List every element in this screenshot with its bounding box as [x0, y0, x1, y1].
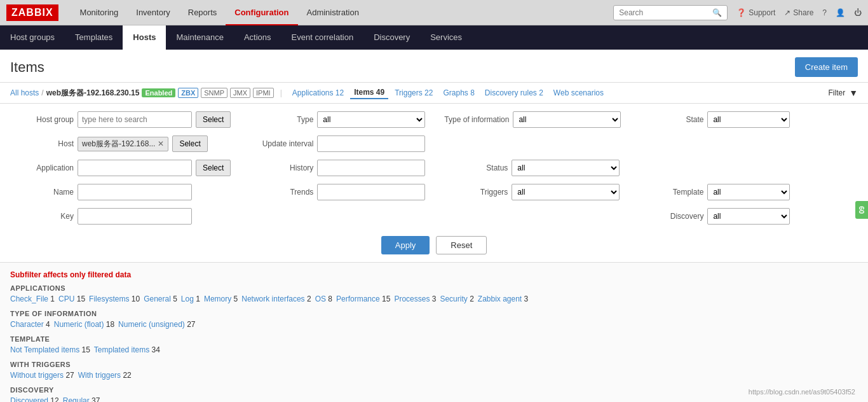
host-group-input[interactable]	[78, 111, 192, 128]
second-navigation: Host groups Templates Hosts Maintenance …	[0, 25, 868, 50]
subfilter-app-checkfile[interactable]: Check_File 1	[10, 295, 55, 303]
host-group-select-button[interactable]: Select	[196, 111, 231, 128]
host-name-link[interactable]: web服务器-192.168.230.15	[46, 88, 140, 99]
proto-zbx[interactable]: ZBX	[178, 88, 198, 98]
search-icon: 🔍	[712, 8, 722, 17]
subfilter-with-triggers-item[interactable]: With triggers 22	[78, 371, 132, 380]
application-label: Application	[10, 163, 74, 172]
type-select[interactable]: all Zabbix agent SNMP JMX IPMI	[317, 111, 425, 128]
host-filter: Host web服务器-192.168... ✕ Select	[10, 135, 231, 152]
history-label: History	[250, 163, 313, 172]
logo[interactable]: ZABBIX	[6, 4, 58, 21]
trends-input[interactable]	[317, 184, 425, 200]
update-interval-input[interactable]	[317, 135, 425, 152]
page-header: Items Create item	[0, 50, 868, 83]
subfilter-regular[interactable]: Regular 37	[63, 396, 100, 402]
tab-applications[interactable]: Applications 12	[288, 87, 348, 99]
proto-ipmi[interactable]: IPMI	[253, 88, 274, 98]
type-of-info-select[interactable]: all Numeric (float) Character Log Numeri…	[513, 111, 621, 128]
subfilter-discovery-title: DISCOVERY	[10, 386, 858, 394]
nav-services[interactable]: Services	[420, 25, 472, 50]
host-select-button[interactable]: Select	[172, 135, 207, 152]
nav-actions[interactable]: Actions	[234, 25, 281, 50]
proto-jmx[interactable]: JMX	[230, 88, 250, 98]
subfilter-app-zabbix[interactable]: Zabbix agent 3	[478, 295, 528, 303]
help-icon[interactable]: ?	[822, 8, 827, 17]
nav-discovery[interactable]: Discovery	[363, 25, 420, 50]
host-tag-remove[interactable]: ✕	[158, 139, 164, 148]
subfilter-template: TEMPLATE Not Templated items 15 Template…	[10, 335, 858, 354]
host-tag-value: web服务器-192.168...	[82, 139, 155, 149]
subfilter-float[interactable]: Numeric (float) 18	[54, 320, 114, 329]
subfilter-app-processes[interactable]: Processes 3	[394, 295, 436, 303]
floating-counter-badge[interactable]: 60	[855, 201, 868, 219]
subfilter-header: Subfilter affects only filtered data	[10, 270, 858, 279]
triggers-select[interactable]: all Yes No	[512, 184, 620, 200]
subfilter-app-cpu[interactable]: CPU 15	[58, 295, 85, 303]
watermark: https://blog.csdn.net/as9t05403f52	[749, 388, 855, 396]
subfilter-app-security[interactable]: Security 2	[440, 295, 473, 303]
subfilter-without-triggers[interactable]: Without triggers 27	[10, 371, 74, 380]
nav-monitoring[interactable]: Monitoring	[71, 0, 128, 25]
nav-configuration[interactable]: Configuration	[226, 0, 297, 25]
history-input[interactable]	[317, 160, 425, 176]
nav-inventory[interactable]: Inventory	[127, 0, 179, 25]
nav-templates[interactable]: Templates	[65, 25, 123, 50]
state-select[interactable]: all Normal Not supported	[707, 111, 790, 128]
global-search[interactable]: 🔍	[613, 5, 728, 20]
reset-button[interactable]: Reset	[436, 236, 487, 254]
power-icon[interactable]: ⏻	[854, 8, 862, 17]
discovery-select[interactable]: all Yes No	[707, 208, 790, 225]
tab-items[interactable]: Items 49	[350, 87, 388, 99]
subfilter-app-log[interactable]: Log 1	[181, 295, 200, 303]
name-input[interactable]	[78, 184, 192, 200]
subfilter-unsigned[interactable]: Numeric (unsigned) 27	[118, 320, 195, 329]
subfilter-char[interactable]: Character 4	[10, 320, 50, 329]
application-select-button[interactable]: Select	[196, 160, 231, 176]
subfilter-templated[interactable]: Templated items 34	[94, 345, 160, 354]
key-input[interactable]	[78, 208, 192, 225]
tab-triggers[interactable]: Triggers 22	[391, 87, 437, 99]
application-input[interactable]	[78, 160, 192, 176]
proto-snmp[interactable]: SNMP	[201, 88, 227, 98]
template-filter: Template all	[640, 184, 811, 200]
all-hosts-link[interactable]: All hosts	[10, 88, 39, 97]
filter-actions: Apply Reset	[10, 236, 858, 254]
subfilter-app-performance[interactable]: Performance 15	[336, 295, 390, 303]
nav-reports[interactable]: Reports	[179, 0, 226, 25]
subfilter-with-triggers-title: WITH TRIGGERS	[10, 361, 858, 368]
tab-graphs[interactable]: Graphs 8	[439, 87, 478, 99]
subfilter-discovered[interactable]: Discovered 12	[10, 396, 59, 402]
subfilter-not-templated[interactable]: Not Templated items 15	[10, 345, 90, 354]
user-icon[interactable]: 👤	[836, 8, 845, 17]
status-select[interactable]: all Enabled Disabled	[512, 160, 620, 176]
support-link[interactable]: ❓ Support	[736, 8, 775, 17]
host-tag: web服务器-192.168... ✕	[78, 137, 168, 151]
create-item-button[interactable]: Create item	[795, 57, 858, 77]
subfilter-discovery: DISCOVERY Discovered 12 Regular 37	[10, 386, 858, 402]
share-link[interactable]: ↗ Share	[784, 8, 813, 17]
subfilter-app-general[interactable]: General 5	[144, 295, 177, 303]
subfilter-app-filesystems[interactable]: Filesystems 10	[89, 295, 140, 303]
application-filter: Application Select	[10, 160, 231, 176]
template-select[interactable]: all	[707, 184, 790, 200]
nav-maintenance[interactable]: Maintenance	[166, 25, 233, 50]
global-search-input[interactable]	[619, 8, 712, 17]
nav-administration[interactable]: Administration	[298, 0, 368, 25]
host-label: Host	[10, 139, 74, 148]
nav-event-correlation[interactable]: Event correlation	[281, 25, 364, 50]
nav-hosts[interactable]: Hosts	[123, 25, 166, 50]
template-label: Template	[640, 188, 703, 197]
nav-host-groups[interactable]: Host groups	[0, 25, 65, 50]
subfilter-app-os[interactable]: OS 8	[315, 295, 332, 303]
tab-discovery-rules[interactable]: Discovery rules 2	[481, 87, 547, 99]
name-label: Name	[10, 188, 74, 197]
top-navigation: ZABBIX Monitoring Inventory Reports Conf…	[0, 0, 868, 25]
status-label: Status	[444, 163, 508, 172]
apply-button[interactable]: Apply	[381, 236, 430, 254]
filter-icon[interactable]: ▼	[849, 88, 858, 98]
subfilter-applications-title: APPLICATIONS	[10, 284, 858, 292]
subfilter-app-network[interactable]: Network interfaces 2	[241, 295, 311, 303]
tab-web-scenarios[interactable]: Web scenarios	[550, 87, 607, 99]
subfilter-app-memory[interactable]: Memory 5	[204, 295, 238, 303]
